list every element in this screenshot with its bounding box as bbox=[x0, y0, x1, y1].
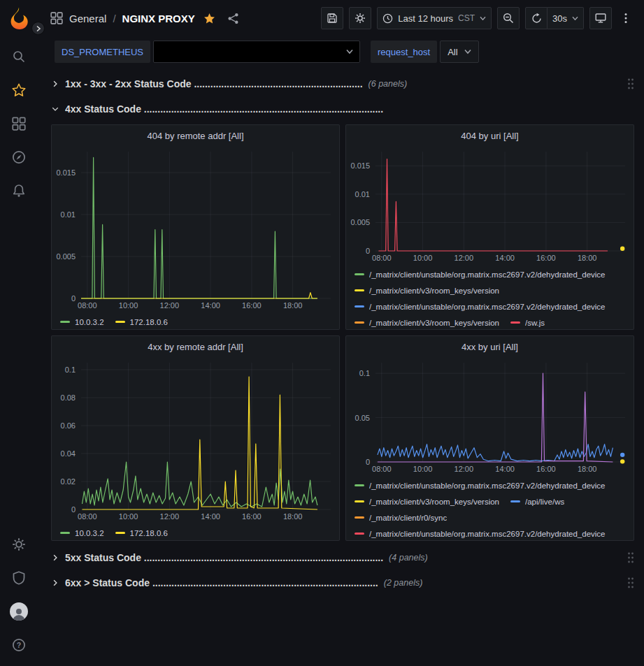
row-4xx[interactable]: 4xx Status Code ........................… bbox=[51, 99, 634, 119]
sidebar-item-starred[interactable] bbox=[0, 73, 38, 107]
sidebar-item-search[interactable] bbox=[0, 40, 38, 73]
panel-4xx-by-uri: 4xx by uri [All] 08:0010:0012:0014:0016:… bbox=[345, 335, 634, 541]
legend-item[interactable]: 172.18.0.6 bbox=[115, 527, 168, 539]
kiosk-mode-button[interactable] bbox=[589, 7, 612, 29]
row-drag-handle[interactable] bbox=[627, 577, 634, 588]
chart-canvas[interactable]: 08:0010:0012:0014:0016:0018:0000.0050.01… bbox=[52, 146, 339, 312]
legend-item[interactable]: 172.18.0.6 bbox=[115, 316, 168, 328]
panel-404-by-uri: 404 by uri [All] 08:0010:0012:0014:0016:… bbox=[345, 124, 634, 330]
legend-item[interactable]: 10.0.3.2 bbox=[60, 527, 104, 539]
apps-icon bbox=[12, 117, 26, 131]
refresh-button-group: 30s bbox=[525, 7, 584, 29]
chart-canvas[interactable]: 08:0010:0012:0014:0016:0018:0000.050.1 bbox=[346, 357, 634, 476]
series-label: /_matrix/client/unstable/org.matrix.msc2… bbox=[369, 482, 606, 490]
grafana-logo[interactable] bbox=[6, 5, 31, 31]
datasource-variable-label[interactable]: DS_PROMETHEUS bbox=[55, 41, 150, 63]
panel-title[interactable]: 4xx by uri [All] bbox=[346, 336, 634, 357]
zoom-out-icon bbox=[503, 13, 514, 24]
legend-item[interactable]: 10.0.3.2 bbox=[60, 316, 104, 328]
legend-item[interactable]: /_matrix/client/r0/sync bbox=[355, 512, 447, 523]
favorite-star-icon[interactable] bbox=[203, 13, 215, 24]
sidebar-item-profile[interactable] bbox=[0, 595, 38, 628]
series-label: /_matrix/client/v3/room_keys/version bbox=[369, 498, 499, 506]
refresh-interval-dropdown[interactable]: 30s bbox=[548, 7, 584, 29]
series-color-swatch bbox=[510, 321, 520, 324]
sidebar-item-configuration[interactable] bbox=[0, 528, 38, 561]
chevron-right-icon bbox=[35, 25, 42, 32]
panel-4xx-by-remote-addr: 4xx by remote addr [All] 08:0010:0012:00… bbox=[51, 335, 340, 541]
series-color-swatch bbox=[355, 321, 364, 324]
svg-text:18:00: 18:00 bbox=[578, 254, 597, 262]
request-host-variable-label[interactable]: request_host bbox=[371, 41, 437, 63]
svg-text:0.1: 0.1 bbox=[65, 365, 76, 374]
legend-item[interactable]: /_matrix/client/v3/room_keys/version bbox=[355, 495, 499, 507]
share-icon[interactable] bbox=[227, 13, 239, 24]
svg-text:10:00: 10:00 bbox=[413, 465, 433, 473]
series-label: /api/live/ws bbox=[525, 498, 564, 506]
sidebar-item-alerting[interactable] bbox=[0, 174, 38, 208]
sidebar-item-explore[interactable] bbox=[0, 140, 38, 174]
row-panel-count: (6 panels) bbox=[368, 79, 408, 89]
svg-text:0.1: 0.1 bbox=[359, 369, 370, 377]
sidebar-item-help[interactable]: ? bbox=[0, 628, 38, 662]
legend-item[interactable]: /_matrix/client/v3/room_keys/version bbox=[355, 317, 499, 328]
row-drag-handle[interactable] bbox=[627, 552, 634, 563]
compass-icon bbox=[12, 150, 26, 164]
legend-item[interactable]: /_matrix/client/unstable/org.matrix.msc2… bbox=[355, 528, 606, 540]
apps-icon[interactable] bbox=[50, 12, 63, 24]
sidebar-expand-button[interactable] bbox=[31, 22, 45, 35]
panel-grid-4xx: 404 by remote addr [All] 08:0010:0012:00… bbox=[51, 124, 634, 541]
svg-text:14:00: 14:00 bbox=[495, 465, 515, 473]
monitor-icon bbox=[595, 13, 606, 24]
main-area: General / NGINX PROXY Last 12 hours CST bbox=[38, 0, 644, 666]
sidebar-item-server-admin[interactable] bbox=[0, 561, 38, 595]
row-drag-handle[interactable] bbox=[627, 78, 634, 89]
series-color-swatch bbox=[355, 289, 364, 291]
svg-text:14:00: 14:00 bbox=[495, 254, 515, 262]
row-1xx-3xx-2xx[interactable]: 1xx - 3xx - 2xx Status Code ............… bbox=[51, 74, 634, 94]
dashboard-settings-button[interactable] bbox=[349, 7, 371, 29]
breadcrumb-separator: / bbox=[113, 13, 115, 24]
refresh-button[interactable] bbox=[525, 7, 548, 29]
series-color-swatch bbox=[115, 321, 125, 323]
time-range-picker[interactable]: Last 12 hours CST bbox=[377, 7, 492, 29]
dashboard-title[interactable]: NGINX PROXY bbox=[122, 13, 195, 24]
save-dashboard-button[interactable] bbox=[321, 7, 343, 29]
variables-bar: DS_PROMETHEUS request_host All bbox=[38, 36, 644, 67]
search-icon bbox=[12, 50, 26, 64]
svg-text:16:00: 16:00 bbox=[536, 254, 556, 262]
legend-item[interactable]: /_matrix/client/unstable/org.matrix.msc2… bbox=[355, 479, 606, 491]
datasource-variable-value[interactable] bbox=[153, 41, 360, 63]
more-options-button[interactable] bbox=[617, 7, 634, 29]
time-range-label: Last 12 hours bbox=[398, 13, 453, 24]
legend-item[interactable]: /_matrix/client/unstable/org.matrix.msc2… bbox=[355, 268, 606, 280]
series-color-swatch bbox=[355, 500, 364, 502]
legend-item[interactable]: /api/live/ws bbox=[510, 495, 564, 507]
sidebar-item-dashboards[interactable] bbox=[0, 107, 38, 140]
caret-down-icon bbox=[572, 16, 578, 21]
panel-title[interactable]: 404 by remote addr [All] bbox=[52, 125, 339, 146]
legend-item[interactable]: /_matrix/client/v3/room_keys/version bbox=[355, 284, 499, 296]
timeseries-plot: 08:0010:0012:0014:0016:0018:0000.020.040… bbox=[52, 357, 339, 523]
svg-text:08:00: 08:00 bbox=[372, 465, 392, 473]
legend-item[interactable]: /_matrix/client/unstable/org.matrix.msc2… bbox=[355, 301, 606, 312]
svg-text:12:00: 12:00 bbox=[455, 465, 474, 473]
svg-text:0.08: 0.08 bbox=[61, 393, 76, 402]
breadcrumb-folder[interactable]: General bbox=[69, 13, 106, 24]
svg-text:0: 0 bbox=[71, 505, 76, 514]
svg-text:08:00: 08:00 bbox=[78, 301, 97, 310]
legend-item[interactable]: /sw.js bbox=[510, 317, 545, 328]
row-5xx[interactable]: 5xx Status Code ........................… bbox=[51, 548, 634, 567]
svg-text:10:00: 10:00 bbox=[119, 301, 138, 310]
chart-canvas[interactable]: 08:0010:0012:0014:0016:0018:0000.0050.01… bbox=[346, 146, 634, 265]
row-6xx[interactable]: 6xx > Status Code ......................… bbox=[51, 573, 634, 593]
request-host-variable-value[interactable]: All bbox=[440, 41, 478, 63]
panel-title[interactable]: 4xx by remote addr [All] bbox=[52, 336, 339, 357]
help-icon: ? bbox=[12, 638, 26, 652]
zoom-out-time-button[interactable] bbox=[497, 7, 520, 29]
panel-title[interactable]: 404 by uri [All] bbox=[346, 125, 634, 146]
timeseries-plot: 08:0010:0012:0014:0016:0018:0000.0050.01… bbox=[346, 146, 634, 265]
chart-canvas[interactable]: 08:0010:0012:0014:0016:0018:0000.020.040… bbox=[52, 357, 339, 523]
breadcrumb: General / NGINX PROXY bbox=[50, 12, 239, 24]
svg-text:0.05: 0.05 bbox=[355, 414, 370, 422]
